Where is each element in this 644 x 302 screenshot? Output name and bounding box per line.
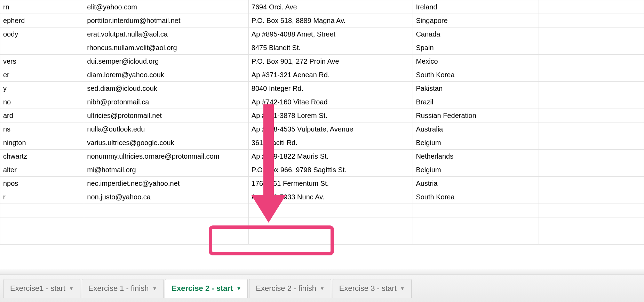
table-row[interactable]: altermi@hotmail.orgP.O. Box 966, 9798 Sa…	[0, 163, 644, 177]
table-row[interactable]: chwartznonummy.ultricies.ornare@protonma…	[0, 150, 644, 163]
cell-country[interactable]: Brazil	[413, 95, 539, 109]
cell-email[interactable]: sed.diam@icloud.couk	[84, 82, 249, 95]
cell-name[interactable]: ard	[0, 109, 84, 122]
cell-address[interactable]: Ap #895-4088 Amet, Street	[248, 27, 413, 41]
table-row[interactable]: rnon.justo@yahoo.caAp #270-5933 Nunc Av.…	[0, 190, 644, 204]
cell-email[interactable]	[84, 231, 249, 245]
table-row[interactable]: nonibh@protonmail.caAp #742-160 Vitae Ro…	[0, 95, 644, 109]
cell-email[interactable]	[84, 204, 249, 217]
cell-empty[interactable]	[539, 109, 644, 122]
cell-email[interactable]: elit@yahoo.com	[84, 0, 249, 14]
cell-address[interactable]: P.O. Box 518, 8889 Magna Av.	[248, 14, 413, 27]
chevron-down-icon[interactable]: ▼	[69, 286, 74, 291]
table-row[interactable]: ningtonvarius.ultrices@google.couk3612 T…	[0, 136, 644, 150]
cell-name[interactable]: alter	[0, 163, 84, 177]
cell-email[interactable]: nulla@outlook.edu	[84, 122, 249, 136]
cell-country[interactable]: Australia	[413, 122, 539, 136]
cell-country[interactable]: Russian Federation	[413, 109, 539, 122]
table-row[interactable]: rhoncus.nullam.velit@aol.org8475 Blandit…	[0, 41, 644, 55]
cell-country[interactable]: Singapore	[413, 14, 539, 27]
table-row[interactable]: versdui.semper@icloud.orgP.O. Box 901, 2…	[0, 55, 644, 68]
cell-name[interactable]: er	[0, 68, 84, 82]
cell-address[interactable]: 3612 Taciti Rd.	[248, 136, 413, 150]
cell-address[interactable]: Ap #742-160 Vitae Road	[248, 95, 413, 109]
cell-name[interactable]: r	[0, 190, 84, 204]
cell-address[interactable]: Ap #328-4535 Vulputate, Avenue	[248, 122, 413, 136]
cell-name[interactable]	[0, 231, 84, 245]
horizontal-scrollbar-area[interactable]	[0, 269, 644, 274]
cell-name[interactable]	[0, 204, 84, 217]
cell-address[interactable]: 8475 Blandit St.	[248, 41, 413, 55]
cell-country[interactable]: Spain	[413, 41, 539, 55]
table-row[interactable]: ardultricies@protonmail.netAp #271-3878 …	[0, 109, 644, 122]
cell-name[interactable]: rn	[0, 0, 84, 14]
cell-empty[interactable]	[539, 204, 644, 217]
cell-address[interactable]: 8040 Integer Rd.	[248, 82, 413, 95]
table-row[interactable]: epherdporttitor.interdum@hotmail.netP.O.…	[0, 14, 644, 27]
table-row[interactable]	[0, 217, 644, 231]
cell-country[interactable]: Netherlands	[413, 150, 539, 163]
cell-empty[interactable]	[539, 136, 644, 150]
cell-empty[interactable]	[539, 150, 644, 163]
cell-address[interactable]: Ap #699-1822 Mauris St.	[248, 150, 413, 163]
sheet-tab[interactable]: Exercise 2 - start▼	[165, 279, 248, 298]
cell-email[interactable]	[84, 217, 249, 231]
cell-country[interactable]: Mexico	[413, 55, 539, 68]
cell-email[interactable]: dui.semper@icloud.org	[84, 55, 249, 68]
cell-email[interactable]: ultricies@protonmail.net	[84, 109, 249, 122]
cell-name[interactable]	[0, 41, 84, 55]
table-row[interactable]: ysed.diam@icloud.couk8040 Integer Rd.Pak…	[0, 82, 644, 95]
cell-email[interactable]: porttitor.interdum@hotmail.net	[84, 14, 249, 27]
cell-empty[interactable]	[539, 0, 644, 14]
chevron-down-icon[interactable]: ▼	[236, 286, 241, 291]
cell-name[interactable]: vers	[0, 55, 84, 68]
chevron-down-icon[interactable]: ▼	[320, 286, 325, 291]
cell-country[interactable]: Belgium	[413, 163, 539, 177]
cell-address[interactable]	[248, 231, 413, 245]
table-row[interactable]: nposnec.imperdiet.nec@yahoo.net176-5761 …	[0, 177, 644, 190]
cell-address[interactable]: Ap #271-3878 Lorem St.	[248, 109, 413, 122]
cell-name[interactable]	[0, 217, 84, 231]
cell-empty[interactable]	[539, 82, 644, 95]
chevron-down-icon[interactable]: ▼	[152, 286, 157, 291]
cell-name[interactable]: no	[0, 95, 84, 109]
cell-email[interactable]: erat.volutpat.nulla@aol.ca	[84, 27, 249, 41]
cell-country[interactable]: Canada	[413, 27, 539, 41]
cell-name[interactable]: ns	[0, 122, 84, 136]
cell-empty[interactable]	[539, 177, 644, 190]
cell-country[interactable]	[413, 204, 539, 217]
cell-empty[interactable]	[539, 55, 644, 68]
cell-email[interactable]: diam.lorem@yahoo.couk	[84, 68, 249, 82]
cell-email[interactable]: nec.imperdiet.nec@yahoo.net	[84, 177, 249, 190]
cell-address[interactable]: Ap #371-321 Aenean Rd.	[248, 68, 413, 82]
sheet-tab[interactable]: Exercise 1 - finish▼	[82, 279, 164, 298]
cell-country[interactable]: Ireland	[413, 0, 539, 14]
cell-name[interactable]: y	[0, 82, 84, 95]
table-row[interactable]	[0, 231, 644, 245]
cell-email[interactable]: varius.ultrices@google.couk	[84, 136, 249, 150]
cell-address[interactable]: Ap #270-5933 Nunc Av.	[248, 190, 413, 204]
cell-address[interactable]: P.O. Box 966, 9798 Sagittis St.	[248, 163, 413, 177]
cell-empty[interactable]	[539, 95, 644, 109]
cell-email[interactable]: mi@hotmail.org	[84, 163, 249, 177]
sheet-tab[interactable]: Exercise1 - start▼	[3, 279, 80, 298]
cell-address[interactable]	[248, 204, 413, 217]
table-row[interactable]	[0, 204, 644, 217]
cell-empty[interactable]	[539, 122, 644, 136]
cell-email[interactable]: rhoncus.nullam.velit@aol.org	[84, 41, 249, 55]
table-row[interactable]: rnelit@yahoo.com7694 Orci. AveIreland	[0, 0, 644, 14]
cell-name[interactable]: chwartz	[0, 150, 84, 163]
cell-address[interactable]: P.O. Box 901, 272 Proin Ave	[248, 55, 413, 68]
cell-empty[interactable]	[539, 14, 644, 27]
cell-name[interactable]: epherd	[0, 14, 84, 27]
cell-name[interactable]: npos	[0, 177, 84, 190]
cell-country[interactable]: Pakistan	[413, 82, 539, 95]
sheet-tab[interactable]: Exercise 3 - start▼	[333, 279, 412, 298]
table-row[interactable]: erdiam.lorem@yahoo.coukAp #371-321 Aenea…	[0, 68, 644, 82]
cell-country[interactable]: Belgium	[413, 136, 539, 150]
chevron-down-icon[interactable]: ▼	[400, 286, 405, 291]
cell-empty[interactable]	[539, 231, 644, 245]
cell-empty[interactable]	[539, 163, 644, 177]
cell-empty[interactable]	[539, 190, 644, 204]
cell-country[interactable]: Austria	[413, 177, 539, 190]
